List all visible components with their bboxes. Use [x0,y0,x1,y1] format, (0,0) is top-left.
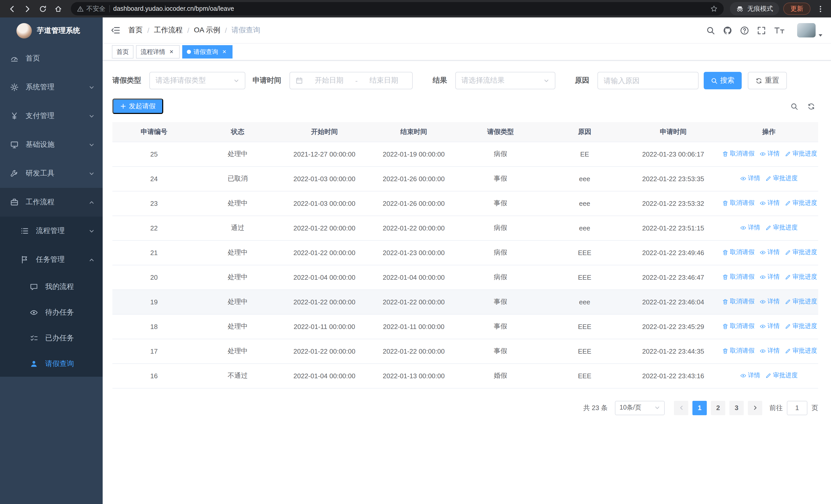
sidebar-item-leave-query[interactable]: 请假查询 [0,351,103,377]
search-icon[interactable] [706,26,715,35]
tab-leave-query[interactable]: 请假查询× [182,45,232,59]
browser-home-button[interactable] [51,2,65,16]
detail-action-link[interactable]: 详情 [740,174,760,183]
progress-action-link[interactable]: 审批进度 [765,224,798,232]
sidebar-item-dev-tools[interactable]: 研发工具 [0,159,103,188]
font-size-icon[interactable] [774,26,785,34]
fullscreen-icon[interactable] [757,26,766,35]
browser-reload-button[interactable] [36,2,49,16]
github-icon[interactable] [723,26,732,35]
browser-forward-button[interactable] [21,2,34,16]
sidebar-item-my-process[interactable]: 我的流程 [0,274,103,300]
cancel-action-link[interactable]: 取消请假 [722,347,754,355]
sidebar-item-task-management[interactable]: 任务管理 [0,245,103,274]
collapse-sidebar-icon[interactable] [111,26,120,34]
cancel-action-link[interactable]: 取消请假 [722,273,754,281]
browser-menu-icon[interactable] [814,5,826,12]
table-row[interactable]: 24已取消2022-01-03 00:00:002022-01-26 00:00… [112,166,818,191]
cancel-action-link[interactable]: 取消请假 [722,199,754,208]
close-tab-icon[interactable]: × [221,48,228,55]
table-row[interactable]: 16不通过2022-01-04 00:00:002022-01-13 00:00… [112,363,818,388]
progress-action-link[interactable]: 审批进度 [785,199,817,208]
leave-type-select[interactable]: 请选择请假类型 [149,72,245,89]
progress-action-link[interactable]: 审批进度 [785,248,817,257]
cancel-action-link[interactable]: 取消请假 [722,297,754,306]
sidebar-item-system[interactable]: 系统管理 [0,73,103,101]
next-page-button[interactable] [748,401,762,415]
progress-action-link[interactable]: 审批进度 [785,150,817,158]
cancel-action-link[interactable]: 取消请假 [722,150,754,158]
detail-action-link[interactable]: 详情 [760,150,780,158]
sidebar-item-process-management[interactable]: 流程管理 [0,216,103,245]
sidebar-item-todo-tasks[interactable]: 待办任务 [0,300,103,325]
address-bar[interactable]: 不安全 dashboard.yudao.iocoder.cn/bpm/oa/le… [71,2,724,16]
toggle-search-icon[interactable] [791,102,798,110]
breadcrumb-item[interactable]: 首页 [128,26,143,35]
top-navbar: 首页/工作流程/OA 示例/请假查询 [103,18,831,43]
browser-update-button[interactable]: 更新 [783,3,810,15]
help-icon[interactable] [740,26,749,35]
table-row[interactable]: 25处理中2021-12-27 00:00:002022-01-19 00:00… [112,142,818,166]
chevron-right-icon [752,405,758,411]
sidebar-item-workflow[interactable]: 工作流程 [0,188,103,216]
table-row[interactable]: 20处理中2022-01-04 00:00:002022-01-04 00:00… [112,265,818,290]
page-1-button[interactable]: 1 [692,401,707,415]
progress-action-link[interactable]: 审批进度 [765,174,798,183]
detail-action-link[interactable]: 详情 [740,224,760,232]
column-header: 结束时间 [369,122,458,142]
close-tab-icon[interactable]: × [168,48,175,55]
detail-action-link[interactable]: 详情 [760,273,780,281]
create-leave-button[interactable]: 发起请假 [112,98,163,114]
progress-action-link[interactable]: 审批进度 [785,273,817,281]
browser-back-button[interactable] [5,2,19,16]
sidebar-item-payment[interactable]: 支付管理 [0,101,103,130]
progress-action-link[interactable]: 审批进度 [785,297,817,306]
detail-action-link[interactable]: 详情 [760,347,780,355]
cancel-action-link[interactable]: 取消请假 [722,322,754,331]
detail-action-link[interactable]: 详情 [760,297,780,306]
detail-action-link[interactable]: 详情 [740,371,760,380]
table-row[interactable]: 18处理中2022-01-11 00:00:002022-01-11 00:00… [112,314,818,339]
progress-action-link[interactable]: 审批进度 [785,322,817,331]
breadcrumb-item[interactable]: 工作流程 [154,26,183,35]
sidebar-item-done-tasks[interactable]: 已办任务 [0,325,103,351]
table-row[interactable]: 19处理中2022-01-22 00:00:002022-01-22 00:00… [112,290,818,314]
tab-process-detail[interactable]: 流程详情× [136,45,180,59]
table-row[interactable]: 17处理中2022-01-22 00:00:002022-01-22 00:00… [112,339,818,363]
tab-home[interactable]: 首页 [112,45,134,59]
chevron-down-icon [89,84,94,90]
app-logo[interactable]: 芋道管理系统 [0,18,103,44]
tags-bar: 首页流程详情×请假查询× [103,43,831,61]
table-row[interactable]: 23处理中2022-01-03 00:00:002022-01-26 00:00… [112,191,818,215]
sidebar-item-infrastructure[interactable]: 基础设施 [0,130,103,159]
detail-action-link[interactable]: 详情 [760,199,780,208]
security-warning[interactable]: 不安全 [77,4,106,13]
goto-page-input[interactable] [787,401,807,415]
sidebar-item-home[interactable]: 首页 [0,44,103,73]
prev-page-button[interactable] [674,401,688,415]
progress-action-link[interactable]: 审批进度 [765,371,798,380]
search-button[interactable]: 搜索 [704,72,742,89]
user-avatar-menu[interactable] [797,23,823,37]
main-area: 首页/工作流程/OA 示例/请假查询 首页流程详情×请假查询× [103,18,831,504]
table-row[interactable]: 22通过2022-01-22 00:00:002022-01-22 00:00:… [112,215,818,240]
page-3-button[interactable]: 3 [729,401,744,415]
bookmark-star-icon[interactable] [710,5,718,12]
view-icon [760,323,766,329]
reason-input[interactable] [604,77,692,85]
detail-action-link[interactable]: 详情 [760,322,780,331]
apply-time-range-picker[interactable]: 开始日期 - 结束日期 [289,72,413,89]
page-size-select[interactable]: 10条/页 [615,401,665,415]
sidebar-item-label: 支付管理 [26,111,54,121]
detail-action-link[interactable]: 详情 [760,248,780,257]
cell-status: 处理中 [196,339,280,363]
page-2-button[interactable]: 2 [711,401,725,415]
refresh-table-icon[interactable] [807,102,815,110]
progress-action-link[interactable]: 审批进度 [785,347,817,355]
result-select[interactable]: 请选择流结果 [455,72,555,89]
breadcrumb-item[interactable]: OA 示例 [194,26,221,35]
reset-button[interactable]: 重置 [748,72,787,89]
cancel-action-link[interactable]: 取消请假 [722,248,754,257]
delete-icon [722,323,728,329]
table-row[interactable]: 21处理中2022-01-22 00:00:002022-01-23 00:00… [112,240,818,265]
